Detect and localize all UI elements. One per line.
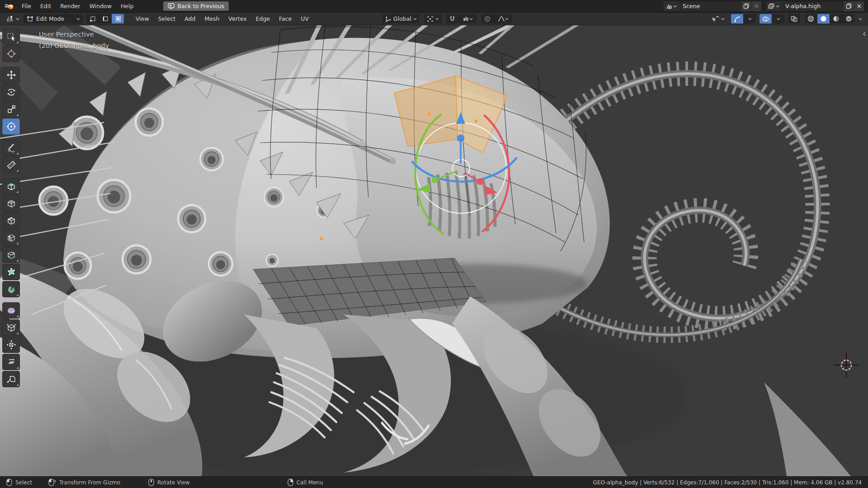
tool-select-box[interactable] <box>2 28 20 45</box>
tool-loop-cut[interactable] <box>2 230 20 246</box>
menu-face[interactable]: Face <box>275 15 296 22</box>
mouse-right-icon <box>288 479 293 486</box>
scene-unlink-button[interactable] <box>751 1 761 11</box>
show-overlays-toggle[interactable] <box>760 14 772 23</box>
proportional-edit-controls <box>481 14 512 23</box>
tool-smooth[interactable] <box>2 302 20 319</box>
menu-help[interactable]: Help <box>116 0 138 12</box>
blender-window: { "topbar": { "menus": ["File", "Edit", … <box>0 0 868 488</box>
scene-icon <box>665 3 672 9</box>
object-visibility-dropdown[interactable] <box>709 14 727 23</box>
chevron-down-icon <box>776 5 779 8</box>
orientation-axes-icon <box>385 16 392 22</box>
tool-rotate[interactable] <box>2 84 20 100</box>
proportional-falloff-dropdown[interactable] <box>494 14 512 23</box>
scene-selector[interactable]: Scene <box>663 1 762 12</box>
chevron-down-icon <box>777 18 780 20</box>
view-layer-icon <box>768 3 775 9</box>
poly-build-icon <box>6 267 16 277</box>
chevron-down-icon <box>721 18 725 20</box>
menu-view[interactable]: View <box>132 15 153 22</box>
shading-solid-button[interactable] <box>817 14 830 23</box>
edge-select-button[interactable] <box>99 14 111 23</box>
mode-label: Edit Mode <box>36 15 64 22</box>
hint-select: Select <box>6 479 32 486</box>
scene-copy-button[interactable] <box>741 1 751 11</box>
scene-statistics: GEO-alpha_body | Verts:6/532 | Edges:7/1… <box>593 479 862 486</box>
menu-vertex[interactable]: Vertex <box>224 15 250 22</box>
editor-type-selector[interactable] <box>3 14 22 23</box>
tool-measure[interactable] <box>2 157 20 173</box>
viewport-canvas <box>0 25 868 476</box>
hint-transform-gizmo: Transform From Gizmo <box>48 479 120 486</box>
menu-add[interactable]: Add <box>180 15 199 22</box>
wireframe-sphere-icon <box>807 15 814 22</box>
tool-spin[interactable] <box>2 281 20 297</box>
mode-selector[interactable]: Edit Mode <box>24 14 83 23</box>
xray-toggle[interactable] <box>788 14 800 23</box>
chevron-down-icon <box>748 18 752 20</box>
show-gizmo-toggle[interactable] <box>731 14 743 23</box>
menu-uv[interactable]: UV <box>297 15 313 22</box>
tool-inset-faces[interactable] <box>2 195 20 211</box>
chevron-down-icon <box>76 18 80 20</box>
hint-call-menu: Call Menu <box>288 479 323 486</box>
view-layer-remove-button[interactable] <box>854 1 864 11</box>
edit-mode-icon <box>27 16 33 22</box>
tool-shrink-fatten[interactable] <box>2 337 20 353</box>
menu-window[interactable]: Window <box>85 0 116 12</box>
tool-poly-build[interactable] <box>2 264 20 280</box>
tool-extrude-region[interactable] <box>2 178 20 194</box>
proportional-edit-toggle[interactable] <box>481 14 494 23</box>
chevron-down-icon <box>859 18 862 20</box>
transform-icon <box>6 122 16 131</box>
face-center-dot <box>428 113 431 115</box>
orientation-dropdown[interactable]: Global <box>382 14 420 23</box>
tool-transform[interactable] <box>2 118 20 135</box>
tool-cursor[interactable] <box>2 46 20 62</box>
vertex-mode-icon <box>90 16 96 22</box>
tool-bevel[interactable] <box>2 212 20 229</box>
menu-render[interactable]: Render <box>56 0 85 12</box>
shading-material-button[interactable] <box>830 14 842 23</box>
gizmo-dropdown[interactable] <box>743 14 756 23</box>
pivot-point-dropdown[interactable] <box>424 14 442 23</box>
tool-scale[interactable] <box>2 101 20 117</box>
orientation-label: Global <box>393 15 411 22</box>
shading-dropdown[interactable] <box>856 18 865 20</box>
menu-mesh[interactable]: Mesh <box>200 15 223 22</box>
tool-move[interactable] <box>2 67 20 83</box>
mouse-left-icon <box>6 479 12 486</box>
shading-wireframe-button[interactable] <box>805 14 817 23</box>
vertex-select-button[interactable] <box>86 14 99 23</box>
menu-edge[interactable]: Edge <box>252 15 274 22</box>
chevron-down-icon <box>16 18 19 20</box>
edge-slide-icon <box>6 323 16 333</box>
tool-edge-slide[interactable] <box>2 319 20 336</box>
shading-modes <box>805 14 855 23</box>
snap-toggle[interactable] <box>446 14 458 23</box>
viewport[interactable]: User Perspective (20) GEO-alpha_body <box>0 25 868 476</box>
face-select-button[interactable] <box>111 14 124 23</box>
sidebar-toggle[interactable] <box>862 30 867 38</box>
shear-icon <box>6 357 16 367</box>
chevron-down-icon <box>413 18 417 20</box>
tool-shear[interactable] <box>2 354 20 370</box>
solid-sphere-icon <box>820 15 827 22</box>
topbar-right: Scene V-alpha.high <box>663 1 864 12</box>
mouse-middle-icon <box>148 479 154 486</box>
back-to-previous-button[interactable]: Back to Previous <box>163 1 229 11</box>
shading-rendered-button[interactable] <box>842 14 855 23</box>
tool-rip-region[interactable] <box>2 371 20 387</box>
menu-file[interactable]: File <box>17 0 36 12</box>
snap-settings-dropdown[interactable] <box>458 14 477 23</box>
menu-edit[interactable]: Edit <box>36 0 56 12</box>
tool-annotate[interactable] <box>2 140 20 156</box>
tool-knife[interactable] <box>2 247 20 263</box>
overlays-dropdown[interactable] <box>772 14 784 23</box>
view-layer-copy-button[interactable] <box>843 1 854 11</box>
view-layer-selector[interactable]: V-alpha.high <box>765 1 864 12</box>
mesh-select-mode <box>86 14 124 23</box>
menu-select[interactable]: Select <box>154 15 180 22</box>
view-layer-name: V-alpha.high <box>782 1 843 11</box>
